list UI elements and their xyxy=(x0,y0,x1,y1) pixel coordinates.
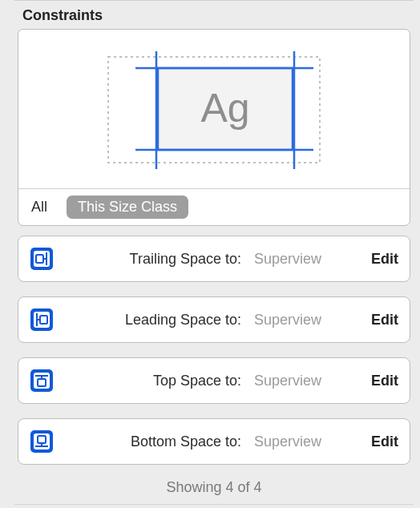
constraint-label: Bottom Space to: xyxy=(63,433,244,450)
size-class-filter: All This Size Class xyxy=(18,188,410,225)
status-text: Showing 4 of 4 xyxy=(14,479,414,496)
top-constraint-icon xyxy=(30,369,54,393)
constraint-label: Top Space to: xyxy=(63,373,244,389)
constraint-label: Trailing Space to: xyxy=(63,251,244,268)
constraint-label: Leading Space to: xyxy=(63,312,244,329)
edit-button[interactable]: Edit xyxy=(371,251,398,268)
filter-all[interactable]: All xyxy=(26,199,52,216)
constraints-panel: Constraints Ag All This Size Class xyxy=(0,0,420,508)
constraint-row-top[interactable]: Top Space to: Superview Edit xyxy=(18,357,410,404)
section-title: Constraints xyxy=(22,7,414,24)
constraint-value: Superview xyxy=(254,312,361,329)
edit-button[interactable]: Edit xyxy=(371,312,398,329)
constraint-row-leading[interactable]: Leading Space to: Superview Edit xyxy=(18,296,410,343)
constraint-row-trailing[interactable]: Trailing Space to: Superview Edit xyxy=(18,236,410,282)
trailing-constraint-icon xyxy=(30,247,54,271)
constraint-preview-card: Ag All This Size Class xyxy=(18,29,410,226)
constraint-value: Superview xyxy=(254,251,361,268)
leading-constraint-icon xyxy=(30,308,54,332)
edit-button[interactable]: Edit xyxy=(371,433,398,450)
edit-button[interactable]: Edit xyxy=(371,373,398,389)
filter-this-size-class[interactable]: This Size Class xyxy=(67,196,188,219)
constraint-value: Superview xyxy=(254,433,361,450)
preview-placeholder-glyph: Ag xyxy=(200,86,249,131)
bottom-constraint-icon xyxy=(30,429,54,454)
constraint-row-bottom[interactable]: Bottom Space to: Superview Edit xyxy=(18,418,410,465)
constraint-preview-diagram[interactable]: Ag xyxy=(18,30,410,188)
constraint-value: Superview xyxy=(254,373,361,389)
constraint-list: Trailing Space to: Superview Edit Leadin… xyxy=(18,236,410,465)
